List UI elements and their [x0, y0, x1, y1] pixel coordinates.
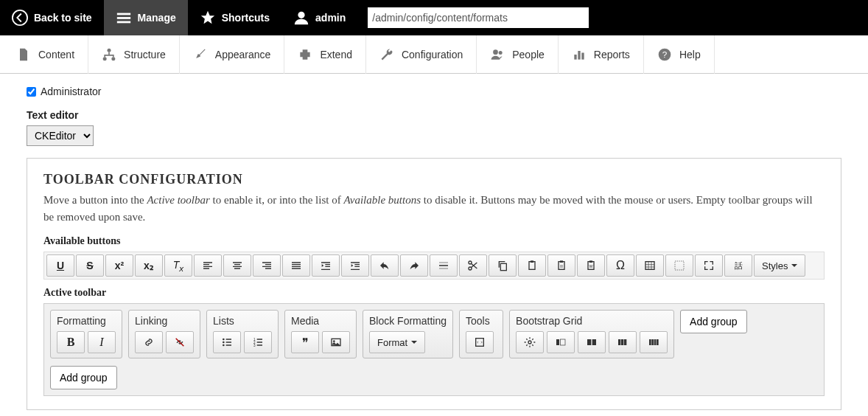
grid-col2-button[interactable] — [578, 331, 606, 353]
align-center-button[interactable] — [223, 254, 251, 277]
toolbar-config-fieldset: TOOLBAR CONFIGURATION Move a button into… — [27, 158, 841, 410]
svg-rect-18 — [500, 263, 506, 270]
menu-structure[interactable]: Structure — [88, 35, 180, 74]
group-lists[interactable]: Lists 123 — [206, 310, 279, 358]
available-buttons-row: U S x² x₂ Tx W Ω 話 Styles — [43, 252, 825, 280]
blockquote-button[interactable]: ❞ — [291, 331, 319, 353]
group-block-formatting[interactable]: Block Formatting Format — [363, 310, 453, 358]
admin-path-input[interactable] — [368, 7, 589, 28]
text-editor-label: Text editor — [27, 109, 841, 121]
file-icon — [16, 47, 31, 62]
grid-settings-button[interactable] — [516, 331, 544, 353]
bold-button[interactable]: B — [57, 331, 85, 353]
superscript-button[interactable]: x² — [105, 254, 133, 277]
source-button[interactable] — [466, 331, 494, 353]
grid-col3-button[interactable] — [609, 331, 637, 353]
align-left-icon — [202, 260, 214, 271]
paste-word-icon: W — [585, 260, 597, 271]
italic-button[interactable]: I — [88, 331, 116, 353]
menu-reports[interactable]: Reports — [559, 35, 644, 74]
cut-button[interactable] — [459, 254, 487, 277]
group-linking[interactable]: Linking — [128, 310, 200, 358]
svg-rect-48 — [657, 339, 659, 345]
svg-rect-39 — [560, 339, 565, 345]
svg-rect-41 — [592, 339, 596, 345]
paste-button[interactable] — [518, 254, 546, 277]
paste-word-button[interactable]: W — [577, 254, 605, 277]
group-tools[interactable]: Tools — [459, 310, 503, 358]
user-label: admin — [315, 12, 346, 24]
format-dropdown[interactable]: Format — [369, 331, 425, 353]
unlink-icon — [174, 336, 186, 348]
remove-format-button[interactable]: Tx — [164, 254, 192, 277]
language-button[interactable]: 話 — [724, 254, 752, 277]
svg-rect-19 — [529, 262, 535, 270]
table-button[interactable] — [636, 254, 664, 277]
add-group-button-row1[interactable]: Add group — [680, 310, 747, 333]
svg-rect-20 — [531, 260, 533, 263]
align-right-button[interactable] — [253, 254, 281, 277]
back-to-site-tab[interactable]: Back to site — [0, 0, 104, 35]
copy-button[interactable] — [489, 254, 517, 277]
subscript-button[interactable]: x₂ — [135, 254, 163, 277]
shortcuts-tab[interactable]: Shortcuts — [188, 0, 281, 35]
svg-point-29 — [223, 342, 225, 344]
underline-button[interactable]: U — [46, 254, 74, 277]
menu-help[interactable]: ? Help — [644, 35, 715, 74]
drupal-toolbar: Back to site Manage Shortcuts admin — [0, 0, 868, 35]
grid-col1-button[interactable] — [547, 331, 575, 353]
menu-people[interactable]: People — [477, 35, 559, 74]
grid-4-icon — [648, 336, 659, 348]
group-media[interactable]: Media ❞ — [284, 310, 357, 358]
menu-configuration[interactable]: Configuration — [366, 35, 477, 74]
outdent-button[interactable] — [312, 254, 340, 277]
menu-extend[interactable]: Extend — [284, 35, 366, 74]
numbered-list-button[interactable]: 123 — [244, 331, 272, 353]
grid-3-icon — [617, 336, 629, 348]
quote-icon: ❞ — [302, 336, 309, 350]
svg-point-8 — [493, 49, 498, 55]
bar-chart-icon — [572, 47, 587, 62]
group-formatting[interactable]: Formatting B I — [50, 310, 122, 358]
hamburger-icon — [116, 10, 132, 26]
align-justify-button[interactable] — [282, 254, 310, 277]
svg-point-28 — [223, 339, 225, 341]
grid-col4-button[interactable] — [640, 331, 668, 353]
showblocks-button[interactable] — [665, 254, 693, 277]
redo-button[interactable] — [400, 254, 428, 277]
role-administrator-checkbox[interactable] — [27, 87, 36, 97]
user-tab[interactable]: admin — [281, 0, 357, 35]
link-button[interactable] — [135, 331, 163, 353]
available-buttons-label: Available buttons — [43, 235, 825, 247]
paste-icon — [526, 260, 538, 271]
manage-tab[interactable]: Manage — [104, 0, 188, 35]
admin-menu: Content Structure Appearance Extend Conf… — [0, 35, 868, 74]
styles-dropdown[interactable]: Styles — [754, 254, 805, 277]
unlink-button[interactable] — [166, 331, 194, 353]
link-icon — [143, 336, 155, 348]
svg-point-4 — [298, 12, 304, 18]
svg-rect-46 — [651, 339, 654, 345]
text-editor-select[interactable]: CKEditor — [27, 125, 94, 146]
menu-content[interactable]: Content — [3, 35, 88, 74]
omega-icon: Ω — [616, 259, 625, 272]
paste-text-button[interactable] — [547, 254, 575, 277]
horizontal-rule-button[interactable] — [430, 254, 458, 277]
showblocks-icon — [673, 260, 685, 271]
undo-button[interactable] — [371, 254, 399, 277]
indent-button[interactable] — [341, 254, 369, 277]
maximize-button[interactable] — [695, 254, 723, 277]
align-right-icon — [261, 260, 273, 271]
strike-button[interactable]: S — [76, 254, 104, 277]
svg-rect-45 — [649, 339, 651, 345]
align-left-button[interactable] — [194, 254, 222, 277]
align-justify-icon — [290, 260, 302, 271]
menu-appearance[interactable]: Appearance — [180, 35, 285, 74]
group-bootstrap-grid[interactable]: Bootstrap Grid — [509, 310, 674, 358]
image-button[interactable] — [322, 331, 350, 353]
specialchar-button[interactable]: Ω — [606, 254, 634, 277]
bulleted-list-button[interactable] — [213, 331, 241, 353]
add-group-button-row2[interactable]: Add group — [50, 366, 117, 389]
maximize-icon — [703, 260, 715, 271]
svg-rect-44 — [624, 339, 626, 345]
